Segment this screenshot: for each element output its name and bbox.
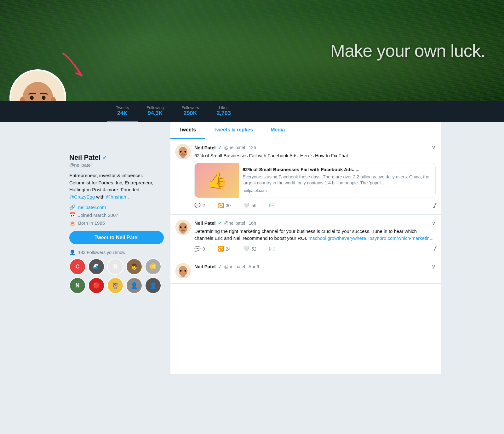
svg-point-17 bbox=[185, 151, 186, 153]
dm-action-1[interactable]: ✉️ bbox=[269, 202, 275, 209]
link-icon: 🔗 bbox=[69, 204, 76, 210]
like-action-1[interactable]: 🤍 56 bbox=[243, 202, 256, 209]
svg-point-24 bbox=[185, 226, 186, 228]
checklist-avatar: C bbox=[69, 258, 86, 275]
brandcycle-avatar: B bbox=[107, 258, 123, 275]
tweet-avatar-2 bbox=[175, 220, 191, 235]
tweet-actions-1: 💬 2 🔁 30 🤍 56 ✉️ bbox=[194, 202, 436, 209]
more-action-2[interactable]: 𝐼 bbox=[433, 245, 436, 253]
followers-you-know: 👤 183 Followers you know bbox=[69, 249, 164, 255]
joined-item: 📅 Joined March 2007 bbox=[69, 212, 164, 218]
stats-wrapper: Tweets 24K Following 94.3K Followers 290… bbox=[0, 101, 504, 122]
crazy-egg-link[interactable]: @CrazyEgg bbox=[69, 194, 95, 200]
retweet-action-1[interactable]: 🔁 30 bbox=[218, 202, 231, 209]
tweet-verified-2: ✓ bbox=[218, 220, 222, 227]
tweet-verified-1: ✓ bbox=[218, 144, 222, 151]
following-value: 94.3K bbox=[146, 110, 164, 117]
website-link[interactable]: neilpatel.com bbox=[78, 205, 106, 210]
stat-following[interactable]: Following 94.3K bbox=[138, 101, 173, 122]
hnshah-link[interactable]: @hnshah bbox=[106, 194, 126, 200]
tweets-label: Tweets bbox=[116, 105, 129, 110]
dm-action-2[interactable]: ✉️ bbox=[269, 245, 275, 253]
reply-icon: 💬 bbox=[194, 202, 201, 208]
tweet-header-3: Neil Patel ✓ @neilpatel · Apr 6 ∨ bbox=[194, 263, 436, 270]
tweet-link-image-1: 👍 bbox=[195, 163, 239, 198]
tweet-link-desc-1: Everyone is using Facebook these days. T… bbox=[243, 174, 432, 186]
profile-meta: 🔗 neilpatel.com 📅 Joined March 2007 🎂 Bo… bbox=[69, 204, 164, 226]
tweet-name-3: Neil Patel bbox=[194, 264, 216, 269]
more-action-1[interactable]: 𝐼 bbox=[433, 202, 436, 209]
tab-tweets[interactable]: Tweets bbox=[170, 122, 205, 139]
avatar-space bbox=[69, 122, 164, 147]
svg-point-28 bbox=[179, 266, 187, 276]
retweet-icon-2: 🔁 bbox=[218, 246, 224, 252]
birthday-icon: 🎂 bbox=[69, 220, 76, 226]
profile-info: Neil Patel ✓ @neilpatel Entrepreneur, in… bbox=[69, 147, 164, 294]
tweet-to-button[interactable]: Tweet to Neil Patel bbox=[69, 231, 164, 244]
svg-point-23 bbox=[180, 226, 182, 228]
tweet-link-2[interactable]: mschool.growtheverywhere.libsynpro.com/w… bbox=[309, 235, 434, 241]
content-row: Neil Patel ✓ @neilpatel Entrepreneur, in… bbox=[63, 122, 441, 374]
person-avatar-4: 👤 bbox=[145, 277, 161, 294]
tweet-link-card-1[interactable]: 👍 62% of Small Businesses Fail with Face… bbox=[194, 163, 436, 198]
stat-followers[interactable]: Followers 290K bbox=[173, 101, 208, 122]
reply-icon-2: 💬 bbox=[194, 246, 201, 252]
thumbs-up-icon: 👍 bbox=[207, 171, 227, 190]
stat-tweets[interactable]: Tweets 24K bbox=[107, 101, 138, 122]
tweet-more-3[interactable]: ∨ bbox=[432, 263, 436, 270]
stat-likes[interactable]: Likes 2,703 bbox=[208, 101, 240, 122]
like-action-2[interactable]: 🤍 52 bbox=[243, 245, 256, 253]
tab-media[interactable]: Media bbox=[262, 122, 294, 139]
tweet-text-2: Determining the right marketing channel … bbox=[194, 228, 436, 242]
calendar-icon: 📅 bbox=[69, 212, 76, 218]
tweet-card-3: Neil Patel ✓ @neilpatel · Apr 6 ∨ bbox=[170, 258, 441, 284]
tweet-text-1: 62% of Small Businesses Fail with Facebo… bbox=[194, 152, 436, 159]
svg-point-15 bbox=[182, 153, 184, 155]
tweet-meta-1: @neilpatel · 12h bbox=[224, 145, 256, 150]
tab-tweets-replies[interactable]: Tweets & replies bbox=[205, 122, 262, 139]
person-avatar-2: 🪙 bbox=[145, 258, 161, 275]
retweet-action-2[interactable]: 🔁 24 bbox=[218, 245, 231, 253]
arrow-annotation bbox=[57, 50, 101, 82]
main-content: Tweets Tweets & replies Media bbox=[170, 122, 441, 374]
tweet-name-2: Neil Patel bbox=[194, 220, 216, 226]
profile-bio: Entrepreneur, investor & influencer. Col… bbox=[69, 172, 164, 200]
tweet-verified-3: ✓ bbox=[218, 263, 222, 270]
tweets-value: 24K bbox=[116, 110, 129, 117]
tweet-more-1[interactable]: ∨ bbox=[432, 144, 436, 151]
website-item: 🔗 neilpatel.com bbox=[69, 204, 164, 210]
svg-point-6 bbox=[30, 95, 33, 100]
reply-action-1[interactable]: 💬 2 bbox=[194, 202, 205, 209]
born-item: 🎂 Born in 1985 bbox=[69, 220, 164, 226]
tweet-link-domain-1: neilpatel.com bbox=[243, 188, 432, 193]
follower-avatars-grid: C🌊B👨🪙N🔴🦉👤👤 bbox=[69, 258, 164, 294]
tweet-card-1: Neil Patel ✓ @neilpatel · 12h ∨ 62% of S… bbox=[170, 139, 441, 215]
svg-point-7 bbox=[42, 95, 45, 100]
person-avatar-3: 👤 bbox=[126, 277, 142, 294]
owl-avatar: 🦉 bbox=[107, 277, 123, 294]
person-icon: 👤 bbox=[69, 249, 76, 255]
tweet-card-2: Neil Patel ✓ @neilpatel · 16h ∨ Determin… bbox=[170, 215, 441, 258]
tweet-avatar-3 bbox=[175, 263, 191, 278]
svg-point-16 bbox=[180, 151, 182, 153]
profile-handle: @neilpatel bbox=[69, 162, 164, 168]
tweet-meta-2: @neilpatel · 16h bbox=[224, 221, 256, 226]
tweet-actions-2: 💬 0 🔁 24 🤍 52 ✉️ bbox=[194, 245, 436, 253]
svg-point-22 bbox=[182, 229, 184, 231]
svg-point-30 bbox=[185, 270, 186, 272]
svg-point-29 bbox=[180, 270, 182, 272]
tweet-tabs: Tweets Tweets & replies Media bbox=[170, 122, 441, 139]
banner-text: Make your own luck. bbox=[330, 40, 485, 61]
person-avatar-1: 👨 bbox=[126, 258, 142, 275]
profile-name: Neil Patel ✓ bbox=[69, 153, 164, 162]
tweet-meta-3: @neilpatel · Apr 6 bbox=[224, 264, 259, 269]
dm-icon: ✉️ bbox=[269, 202, 275, 208]
verified-icon: ✓ bbox=[102, 154, 107, 161]
red-logo-avatar: 🔴 bbox=[88, 277, 105, 294]
likes-label: Likes bbox=[217, 105, 231, 110]
reply-action-2[interactable]: 💬 0 bbox=[194, 245, 205, 253]
tweet-header-2: Neil Patel ✓ @neilpatel · 16h ∨ bbox=[194, 220, 436, 227]
sidebar: Neil Patel ✓ @neilpatel Entrepreneur, in… bbox=[63, 122, 170, 374]
tweet-more-2[interactable]: ∨ bbox=[432, 220, 436, 227]
heart-icon-2: 🤍 bbox=[243, 246, 249, 252]
